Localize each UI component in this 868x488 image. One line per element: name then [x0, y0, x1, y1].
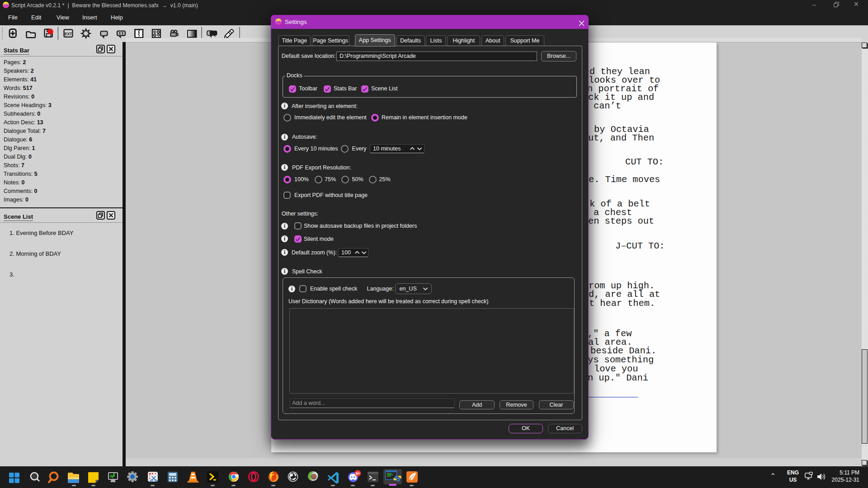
svg-text:sa: sa: [4, 3, 8, 7]
svg-text:9+: 9+: [356, 471, 360, 476]
svg-text:EXT: EXT: [65, 32, 72, 36]
svg-text:sa: sa: [277, 20, 281, 24]
